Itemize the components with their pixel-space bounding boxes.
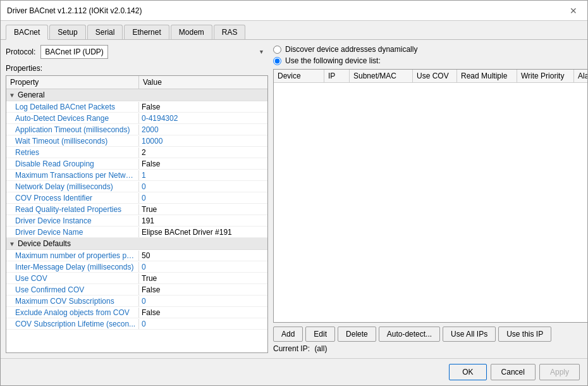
apply-button[interactable]: Apply (539, 364, 580, 380)
col-alarms: Alarms (574, 70, 587, 82)
add-button[interactable]: Add (273, 327, 303, 342)
radio-use-list[interactable] (273, 57, 281, 65)
tabs-bar: BACnet Setup Serial Ethernet Modem RAS (1, 21, 587, 40)
current-ip-value: (all) (314, 344, 327, 353)
table-row[interactable]: Network Delay (milliseconds)0 (6, 181, 267, 192)
val-cell: 0 (139, 193, 267, 203)
prop-cell: Read Quality-related Properties (6, 204, 139, 215)
val-cell: 0 (139, 296, 267, 306)
table-row[interactable]: Wait Timeout (milliseconds)10000 (6, 135, 267, 147)
use-this-ip-button[interactable]: Use this IP (498, 327, 551, 342)
val-cell: 191 (139, 216, 267, 226)
col-use-cov: Use COV (413, 70, 457, 82)
val-cell: 0 (139, 262, 267, 272)
table-row[interactable]: Driver Device Instance191 (6, 215, 267, 227)
ok-button[interactable]: OK (449, 364, 486, 380)
table-row[interactable]: Driver Device NameElipse BACnet Driver #… (6, 227, 267, 238)
radio-discover[interactable] (273, 46, 281, 54)
col-subnet-mac: Subnet/MAC (350, 70, 413, 82)
tab-ethernet[interactable]: Ethernet (124, 25, 169, 39)
tab-bacnet[interactable]: BACnet (6, 25, 48, 40)
val-cell: 2 (139, 147, 267, 158)
radio-use-list-label: Use the following device list: (285, 56, 381, 65)
use-all-ips-button[interactable]: Use All IPs (443, 327, 496, 342)
prop-cell: Retries (6, 147, 139, 158)
val-cell: 0 (139, 319, 267, 329)
table-row[interactable]: COV Process Identifier0 (6, 192, 267, 204)
val-cell: 1 (139, 170, 267, 180)
content-area: Protocol: BACnet IP (UDP) Properties: Pr… (1, 40, 587, 358)
props-header-value: Value (139, 76, 267, 89)
protocol-select[interactable]: BACnet IP (UDP) (40, 45, 108, 59)
props-group-name: General (18, 90, 45, 99)
collapse-icon: ▼ (9, 92, 15, 99)
table-row[interactable]: Application Timeout (milliseconds)2000 (6, 124, 267, 135)
close-button[interactable]: ✕ (566, 4, 581, 17)
val-cell: True (139, 273, 267, 283)
table-row[interactable]: Retries2 (6, 147, 267, 158)
prop-cell: Use COV (6, 273, 139, 283)
prop-cell: Driver Device Instance (6, 216, 139, 226)
table-row[interactable]: Disable Read GroupingFalse (6, 158, 267, 170)
current-ip-label: Current IP: (273, 344, 310, 353)
radio-discover-label: Discover device addresses dynamically (285, 45, 417, 54)
auto-detect-button[interactable]: Auto-detect... (379, 327, 440, 342)
col-device: Device (274, 70, 324, 82)
table-row[interactable]: COV Subscription Lifetime (secon...0 (6, 318, 267, 330)
edit-button[interactable]: Edit (305, 327, 335, 342)
right-panel: Discover device addresses dynamically Us… (273, 45, 587, 353)
val-cell: False (139, 159, 267, 169)
val-cell: 0-4194302 (139, 113, 267, 123)
table-row[interactable]: Inter-Message Delay (milliseconds)0 (6, 261, 267, 273)
collapse-icon: ▼ (9, 240, 15, 247)
table-row[interactable]: Log Detailed BACnet PacketsFalse (6, 101, 267, 113)
prop-cell: COV Subscription Lifetime (secon... (6, 319, 139, 329)
prop-cell: Inter-Message Delay (milliseconds) (6, 262, 139, 272)
val-cell: False (139, 102, 267, 112)
table-row[interactable]: Auto-Detect Devices Range0-4194302 (6, 113, 267, 124)
radio-use-list-row: Use the following device list: (273, 56, 587, 65)
tab-ras[interactable]: RAS (214, 25, 246, 39)
val-cell: 2000 (139, 125, 267, 135)
prop-cell: Auto-Detect Devices Range (6, 113, 139, 123)
prop-cell: Use Confirmed COV (6, 285, 139, 295)
tab-setup[interactable]: Setup (49, 25, 85, 39)
val-cell: 50 (139, 251, 267, 261)
tab-modem[interactable]: Modem (171, 25, 212, 39)
prop-cell: Log Detailed BACnet Packets (6, 102, 139, 112)
table-row[interactable]: Maximum number of properties per...50 (6, 250, 267, 261)
properties-table: Property Value ▼GeneralLog Detailed BACn… (6, 75, 268, 353)
prop-cell: Network Delay (milliseconds) (6, 182, 139, 192)
tab-serial[interactable]: Serial (87, 25, 123, 39)
col-write-priority: Write Priority (517, 70, 574, 82)
current-ip-row: Current IP: (all) (273, 344, 587, 353)
table-row[interactable]: Exclude Analog objects from COVFalse (6, 307, 267, 318)
props-group-row: ▼General (6, 89, 267, 101)
bottom-bar: OK Cancel Apply (1, 358, 587, 385)
val-cell: 0 (139, 182, 267, 192)
prop-cell: Maximum number of properties per... (6, 251, 139, 261)
device-table-container: Device IP Subnet/MAC Use COV Read Multip… (273, 69, 587, 323)
table-row[interactable]: Read Quality-related PropertiesTrue (6, 204, 267, 215)
table-row[interactable]: Maximum Transactions per Network1 (6, 170, 267, 181)
prop-cell: COV Process Identifier (6, 193, 139, 203)
protocol-row: Protocol: BACnet IP (UDP) (6, 45, 268, 59)
device-button-row: Add Edit Delete Auto-detect... Use All I… (273, 327, 587, 342)
radio-group: Discover device addresses dynamically Us… (273, 45, 587, 65)
prop-cell: Maximum Transactions per Network (6, 170, 139, 180)
cancel-button[interactable]: Cancel (491, 364, 536, 380)
protocol-label: Protocol: (6, 47, 35, 56)
delete-button[interactable]: Delete (338, 327, 376, 342)
props-header-property: Property (6, 76, 139, 89)
col-read-multiple: Read Multiple (457, 70, 517, 82)
prop-cell: Exclude Analog objects from COV (6, 308, 139, 318)
left-panel: Protocol: BACnet IP (UDP) Properties: Pr… (6, 45, 268, 353)
props-group-name: Device Defaults (18, 239, 71, 248)
table-row[interactable]: Maximum COV Subscriptions0 (6, 296, 267, 307)
val-cell: 10000 (139, 136, 267, 146)
props-group-row: ▼Device Defaults (6, 238, 267, 250)
val-cell: Elipse BACnet Driver #191 (139, 227, 267, 237)
table-row[interactable]: Use COVTrue (6, 273, 267, 284)
device-table-body (274, 83, 587, 322)
table-row[interactable]: Use Confirmed COVFalse (6, 284, 267, 296)
